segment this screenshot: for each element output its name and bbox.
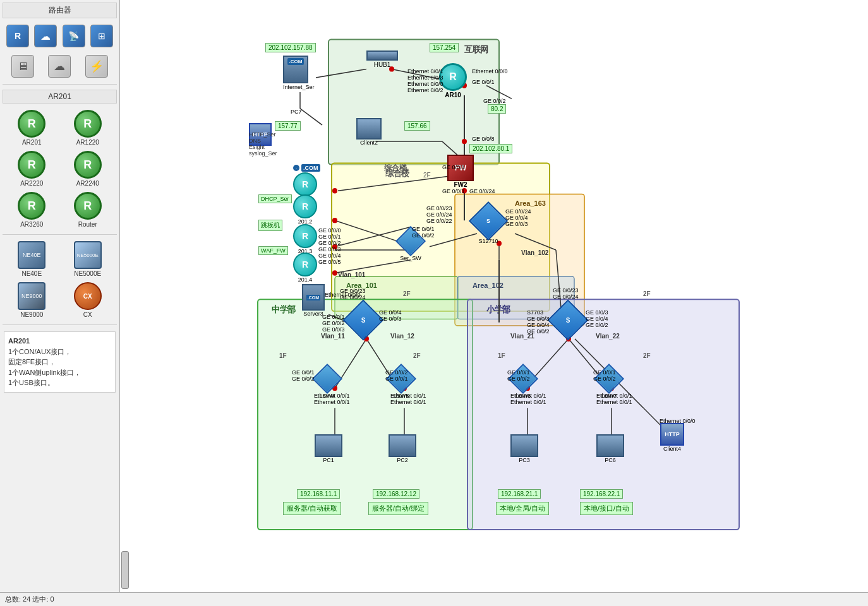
info-title: AR201	[8, 336, 111, 347]
sw-mid-ge-r2: GE 0/0/3	[379, 316, 402, 322]
server3-node[interactable]: .COM Server3	[302, 284, 325, 317]
cx-label: CX	[83, 311, 92, 318]
ar201-item[interactable]: R AR201	[6, 110, 57, 146]
pc3-node[interactable]: PC3	[510, 434, 538, 463]
ge-301-3-2: GE 0/0/1	[318, 234, 341, 240]
sw-mid-ge3: GE 0/0/3	[322, 326, 345, 333]
svg-line-28	[430, 234, 477, 247]
sw-right-node[interactable]: S	[551, 303, 585, 337]
lsw4-ge2: GE 0/0/2	[292, 376, 315, 382]
client4-node[interactable]: HTTP Client4	[660, 423, 684, 452]
svg-text:互联网: 互联网	[464, 45, 488, 54]
router-item[interactable]: R Router	[63, 192, 114, 228]
s12710-ge1: GE 0/0/24	[505, 208, 531, 215]
ne5000e-icon: NE5000E	[74, 241, 102, 269]
s12710-ge3: GE 0/0/3	[505, 221, 531, 227]
http-label4: syslog_Ser	[249, 150, 277, 157]
hub1-node[interactable]: HUB1	[366, 50, 398, 68]
internet-ser-node[interactable]: .COM Internet_Ser	[283, 56, 315, 90]
svg-text:Area_102: Area_102	[473, 282, 503, 289]
ar3260-icon: R	[18, 192, 45, 220]
ar10-node[interactable]: R AR10	[439, 63, 467, 98]
bolt-icon-item[interactable]: ⚡	[80, 54, 113, 79]
icon-grid-box[interactable]: ⊞	[89, 23, 114, 49]
client2-node[interactable]: Client2	[356, 118, 382, 146]
svg-text:小学部: 小学部	[486, 305, 510, 314]
client4-label: Client4	[660, 446, 684, 452]
s12710-ge-l3: GE 0/0/22	[426, 218, 452, 224]
svg-line-17	[486, 85, 512, 98]
r201-3-node[interactable]: R 201.3	[293, 224, 317, 254]
pc1-node[interactable]: PC1	[315, 434, 342, 463]
fw2-label: FW2	[447, 181, 474, 188]
ge-labels-201-3: GE 0/0/0 GE 0/0/1 GE 0/0/2 GE 0/0/3 GE 0…	[318, 227, 341, 265]
svg-point-47	[462, 139, 467, 144]
if-eth-label5: Ethernet 0/0/0	[472, 68, 508, 74]
pc2-node[interactable]: PC2	[389, 434, 416, 463]
2f-综合楼-label: 2F	[423, 172, 431, 179]
ar2220-item[interactable]: R AR2220	[6, 151, 57, 187]
ne40e-icon: NE40E	[18, 241, 45, 269]
client2-label: Client2	[356, 140, 382, 146]
divider3	[3, 324, 117, 325]
cloud2-icon: ☁	[48, 55, 71, 78]
sw-mid-ge1: GE 0/0/1	[322, 314, 345, 320]
ne5000e-item[interactable]: NE5000E NE5000E	[63, 241, 114, 277]
ar2240-item[interactable]: R AR2240	[63, 151, 114, 187]
ne9000-label: NE9000	[20, 311, 43, 318]
lsw6-eth1: Ethernet 0/0/1	[510, 393, 546, 399]
scroll-bar-hint[interactable]	[121, 551, 129, 589]
icon-r[interactable]: R	[5, 23, 30, 49]
icon-cloud[interactable]: ☁	[33, 23, 58, 49]
pc3-label: PC3	[510, 457, 538, 463]
lsw6-ge1: GE 0/0/1	[507, 369, 530, 376]
r201-4-node[interactable]: R 201.4	[293, 252, 317, 283]
hub1-icon	[366, 50, 398, 61]
cx-item[interactable]: CX CX	[63, 282, 114, 318]
ar201-label: AR201	[22, 139, 42, 146]
router-icon: R	[74, 192, 102, 220]
http-label3: Esight	[249, 144, 277, 150]
ne9000-item[interactable]: NE9000 NE9000	[6, 282, 57, 318]
vlan-22-label: Vlan_22	[596, 333, 620, 340]
divider1	[3, 84, 117, 85]
ar2240-label: AR2240	[76, 180, 99, 187]
ne40e-item[interactable]: NE40E NE40E	[6, 241, 57, 277]
pc6-node[interactable]: PC6	[596, 434, 624, 463]
ser-sw-ge1: GE 0/0/1	[412, 226, 435, 232]
lsw5-eth-labels: Ethernet 0/0/1 Ethernet 0/0/1	[390, 393, 426, 405]
r201-2-node[interactable]: R 201.2	[293, 194, 317, 225]
fw2-ge-label2: GE 0/0/1	[442, 188, 465, 194]
http-label1: HTTP_Ser	[249, 131, 277, 138]
internet-ser-label: Internet_Ser	[283, 84, 315, 90]
sw-mid-ge-right: GE 0/0/4 GE 0/0/3	[379, 309, 402, 322]
sw-mid-node[interactable]: S	[346, 303, 380, 337]
bolt-icon: ⚡	[85, 55, 108, 78]
canvas-area[interactable]: 互联网 综合楼 Area_163 Area_101 Area_102	[120, 0, 868, 592]
ar-grid: R AR201 R AR1220 R AR2220 R AR2240 R A	[0, 106, 119, 232]
lsw5-ge1: GE 0/0/2	[385, 369, 408, 376]
ip-192-12-label: 192.168.12.12	[373, 489, 419, 499]
ar1220-item[interactable]: R AR1220	[63, 110, 114, 146]
lsw5-ge-labels: GE 0/0/2 GE 0/0/1	[385, 369, 408, 382]
sw-r-ge-r3: GE 0/0/2	[586, 322, 608, 328]
lsw5-eth1: Ethernet 0/0/1	[390, 393, 426, 399]
2f-sw5-label: 2F	[413, 352, 421, 359]
monitor-icon-item[interactable]: 🖥	[6, 54, 39, 79]
svg-point-48	[332, 188, 337, 193]
ar3260-item[interactable]: R AR3260	[6, 192, 57, 228]
ge-301-3-3: GE 0/0/2	[318, 240, 341, 246]
lsw6-eth-labels: Ethernet 0/0/1 Ethernet 0/0/1	[510, 393, 546, 405]
svg-text:中学部: 中学部	[272, 305, 296, 314]
ip-202-80-label: 202.102.80.1	[469, 144, 512, 153]
pc6-icon	[596, 434, 624, 457]
service-label-3: 本地/全局/自动	[496, 502, 549, 515]
s12710-node[interactable]: S S12710	[473, 205, 504, 244]
s12710-ge-l1: GE 0/0/23	[426, 205, 452, 211]
r-icon: R	[6, 25, 29, 47]
svg-line-24	[335, 220, 404, 243]
fw2-node[interactable]: FW FW2	[447, 155, 474, 188]
icon-wifi[interactable]: 📡	[61, 23, 87, 49]
cloud-icon-item2[interactable]: ☁	[43, 54, 76, 79]
lsw4-eth1: Ethernet 0/0/1	[314, 393, 350, 399]
